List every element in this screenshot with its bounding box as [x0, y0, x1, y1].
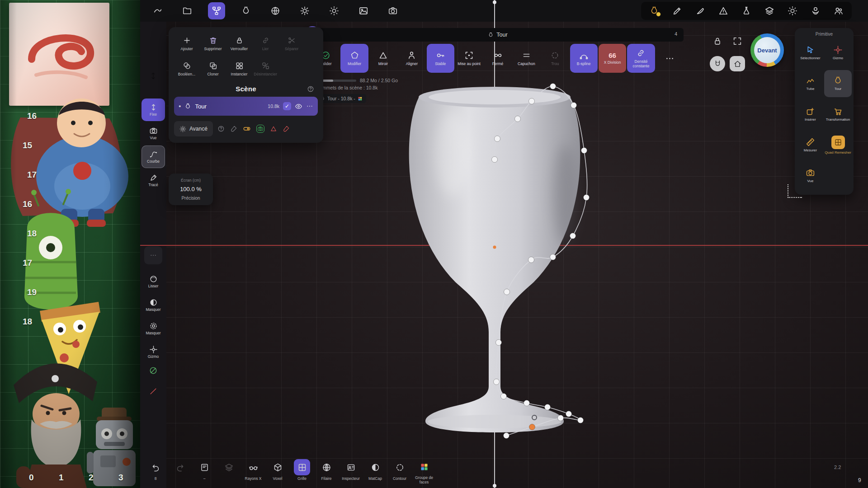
mat-number: 17: [23, 258, 32, 268]
option-trou[interactable]: Trou: [541, 44, 569, 73]
folder-icon[interactable]: [179, 2, 196, 19]
display-groupe-de-faces[interactable]: Groupe de faces: [412, 457, 436, 484]
help-icon[interactable]: [307, 85, 314, 93]
option-mise-au-point[interactable]: Mise au point: [455, 44, 483, 73]
gear-icon[interactable]: [326, 2, 343, 19]
scene-supprimer-button[interactable]: Supprimer: [200, 32, 226, 55]
eye-icon[interactable]: [295, 103, 302, 110]
primitive-tube[interactable]: Tube: [797, 70, 824, 97]
sun-icon[interactable]: [296, 2, 313, 19]
layers-icon[interactable]: [764, 6, 774, 16]
hand-icon[interactable]: [811, 6, 821, 16]
swoosh-icon[interactable]: [149, 2, 166, 19]
visibility-checkbox[interactable]: ✓: [283, 102, 291, 110]
quad-icon: [831, 136, 845, 149]
display-item[interactable]: [217, 457, 241, 484]
option-aligner[interactable]: Aligner: [398, 44, 425, 73]
panel-resize-handle[interactable]: [788, 184, 802, 198]
display-matcap[interactable]: MatCap: [363, 457, 387, 484]
primitive-grid: Sélectionner Gizmo Tube Tour Insérer Tra…: [797, 39, 852, 189]
primitive-transformation[interactable]: Transformation: [824, 101, 852, 128]
people-icon[interactable]: [834, 6, 844, 16]
tool-lisser[interactable]: Lisser: [142, 270, 165, 293]
tool-vue[interactable]: Vue: [142, 122, 165, 145]
primitive-quad-remesher[interactable]: Quad Remesher: [824, 131, 852, 159]
knife-icon[interactable]: [695, 6, 705, 16]
option-modifier[interactable]: Modifier: [340, 44, 368, 73]
tool-trace[interactable]: Tracé: [142, 169, 165, 192]
option-miroir[interactable]: Miroir: [369, 44, 397, 73]
help-icon[interactable]: [217, 125, 225, 132]
option-x-division[interactable]: 66 X Division: [599, 44, 626, 73]
active-object-pill[interactable]: Tour - 10.8k -: [316, 94, 366, 103]
scene-lier-button[interactable]: Lier: [253, 32, 278, 55]
scene-list-item-tour[interactable]: ● Tour 10.8k ✓: [174, 97, 318, 116]
toggle-icon[interactable]: [243, 125, 251, 133]
fullscreen-icon[interactable]: [732, 36, 742, 46]
precision-value[interactable]: 100.0 %: [170, 186, 211, 192]
scene-instancier-button[interactable]: Instancier: [226, 57, 252, 80]
pot-icon[interactable]: [237, 2, 255, 19]
display-8[interactable]: 8: [144, 457, 167, 484]
mat-number: 0: [29, 473, 34, 483]
scene-separer-button[interactable]: Séparer: [279, 32, 304, 55]
tool-fixe[interactable]: Fixe: [142, 99, 165, 121]
nodes-icon[interactable]: [208, 2, 225, 19]
gear-icon[interactable]: [788, 6, 797, 16]
primitive-tour[interactable]: Tour: [824, 70, 852, 97]
primitive-panel-title: Primitive: [797, 32, 852, 37]
option-capuchon[interactable]: Capuchon: [513, 44, 540, 73]
pot-icon[interactable]: [649, 6, 659, 16]
primitive-gizmo[interactable]: Gizmo: [824, 39, 852, 66]
advanced-button[interactable]: Avancé: [174, 121, 213, 136]
display-item[interactable]: –: [193, 457, 216, 484]
scene-ajouter-button[interactable]: Ajouter: [174, 32, 199, 55]
scene-booleen-button[interactable]: Booléen...: [174, 57, 199, 80]
primitive-mesurer[interactable]: Mesurer: [797, 131, 824, 159]
option-ferme[interactable]: Fermé: [484, 44, 511, 73]
display-inspecteur[interactable]: Inspecteur: [339, 457, 363, 484]
warning-icon[interactable]: [718, 6, 728, 16]
header-badge[interactable]: 4: [675, 31, 677, 37]
option-item[interactable]: [656, 44, 684, 73]
globe-icon[interactable]: [267, 2, 284, 19]
panel-collapse-tab[interactable]: [144, 246, 162, 264]
mat-number: 19: [27, 287, 37, 297]
primitive-inserer[interactable]: Insérer: [797, 101, 824, 128]
flask-icon[interactable]: [741, 6, 751, 16]
display-filaire[interactable]: Filaire: [315, 457, 338, 484]
toggle-tools-group: [142, 360, 165, 402]
tool-courbe[interactable]: Courbe: [142, 145, 165, 168]
brush-icon[interactable]: [230, 125, 237, 132]
display-contour[interactable]: Contour: [388, 457, 411, 484]
lock-view-icon[interactable]: [712, 36, 722, 46]
camera-toggle-icon[interactable]: [256, 125, 264, 133]
pencil-icon[interactable]: [672, 6, 682, 16]
camera-icon: [806, 168, 815, 178]
more-options-icon[interactable]: [306, 103, 313, 110]
link-icon: [261, 36, 270, 45]
tool-masquer[interactable]: Masquer: [142, 294, 165, 316]
slashr-toggle[interactable]: [142, 381, 165, 401]
display-item[interactable]: [168, 457, 192, 484]
mirror-toggle-icon[interactable]: [270, 125, 277, 132]
scene-cloner-button[interactable]: Cloner: [200, 57, 226, 80]
display-grille[interactable]: Grille: [290, 457, 314, 484]
tool-masquer[interactable]: Masquer: [142, 317, 165, 340]
slashgr-toggle[interactable]: [142, 361, 165, 380]
option-densite-constante[interactable]: Densité constante: [627, 44, 655, 73]
ghost-tool-icon: [140, 71, 166, 80]
option-stable[interactable]: Stable: [427, 44, 454, 73]
scene-desinstancier-button[interactable]: Désinstancier: [253, 57, 278, 80]
option-b-spline[interactable]: B-spline: [570, 44, 598, 73]
home-view-button[interactable]: [730, 56, 745, 71]
paint-toggle-icon[interactable]: [283, 125, 290, 132]
scene-verrouiller-button[interactable]: Verrouiller: [226, 32, 252, 55]
display-rayons-x[interactable]: Rayons X: [241, 457, 265, 484]
primitive-selectionner[interactable]: Sélectionner: [797, 39, 824, 66]
orientation-gizmo[interactable]: Devant: [750, 33, 784, 67]
snap-magnet-button[interactable]: [710, 56, 725, 71]
image-icon[interactable]: [355, 2, 372, 19]
display-voxel[interactable]: Voxel: [266, 457, 289, 484]
camera-icon[interactable]: [384, 2, 401, 19]
